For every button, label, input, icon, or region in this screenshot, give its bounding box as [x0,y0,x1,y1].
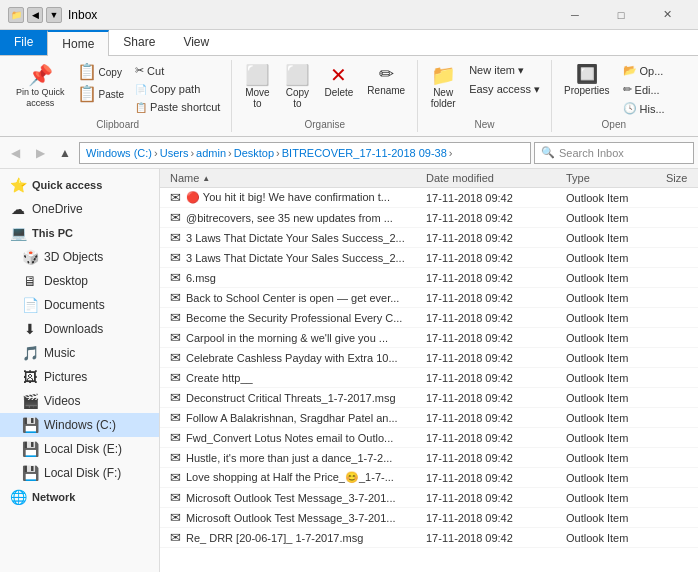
table-row[interactable]: ✉ 🔴 You hit it big! We have confirmation… [160,188,698,208]
breadcrumb-windowsc[interactable]: Windows (C:) [86,147,152,159]
tab-view[interactable]: View [169,30,223,55]
file-icon: ✉ [170,290,181,305]
sidebar-item-locale[interactable]: 💾 Local Disk (E:) [0,437,159,461]
sidebar-item-videos[interactable]: 🎬 Videos [0,389,159,413]
rename-button[interactable]: ✏ Rename [361,62,411,99]
easyaccess-label: Easy access ▾ [469,83,540,96]
file-date: 17-11-2018 09:42 [420,232,560,244]
sidebar-item-desktop[interactable]: 🖥 Desktop [0,269,159,293]
open-button[interactable]: 📂 Op... [618,62,670,79]
table-row[interactable]: ✉ Carpool in the morning & we'll give yo… [160,328,698,348]
file-name-cell: ✉ 3 Laws That Dictate Your Sales Success… [160,250,420,265]
edit-button[interactable]: ✏ Edi... [618,81,670,98]
easyaccess-button[interactable]: Easy access ▾ [464,81,545,98]
open-label: Op... [640,65,664,77]
main-area: ⭐ Quick access ☁ OneDrive 💻 This PC 🎲 3D… [0,169,698,572]
address-bar[interactable]: Windows (C:) › Users › admin › Desktop ›… [79,142,531,164]
table-row[interactable]: ✉ Hustle, it's more than just a dance_1-… [160,448,698,468]
table-row[interactable]: ✉ Fwd_Convert Lotus Notes email to Outlo… [160,428,698,448]
tab-share[interactable]: Share [109,30,169,55]
breadcrumb-folder[interactable]: BITRECOVER_17-11-2018 09-38 [282,147,447,159]
newfolder-button[interactable]: 📁 Newfolder [424,62,462,112]
dropdown-btn[interactable]: ▼ [46,7,62,23]
sidebar-item-onedrive[interactable]: ☁ OneDrive [0,197,159,221]
3dobjects-icon: 🎲 [22,249,38,265]
properties-button[interactable]: 🔲 Properties [558,62,616,99]
file-name: Re_ DRR [20-06-17]_ 1-7-2017.msg [186,532,363,544]
pasteshortcut-button[interactable]: 📋 Paste shortcut [130,99,225,115]
new-buttons: 📁 Newfolder New item ▾ Easy access ▾ [424,62,545,117]
delete-button[interactable]: ✕ Delete [318,62,359,101]
sidebar-item-windowsc[interactable]: 💾 Windows (C:) [0,413,159,437]
file-type: Outlook Item [560,252,660,264]
pin-button[interactable]: 📌 Pin to Quickaccess [10,62,71,112]
history-button[interactable]: 🕓 His... [618,100,670,117]
file-icon: ✉ [170,230,181,245]
back-button[interactable]: ◀ [4,142,26,164]
col-name-header[interactable]: Name ▲ [160,172,420,184]
file-name: Deconstruct Critical Threats_1-7-2017.ms… [186,392,396,404]
sidebar-item-localf[interactable]: 💾 Local Disk (F:) [0,461,159,485]
table-row[interactable]: ✉ Back to School Center is open — get ev… [160,288,698,308]
properties-label: Properties [564,85,610,96]
sidebar-item-thispc[interactable]: 💻 This PC [0,221,159,245]
table-row[interactable]: ✉ 6.msg 17-11-2018 09:42 Outlook Item [160,268,698,288]
table-row[interactable]: ✉ Re_ DRR [20-06-17]_ 1-7-2017.msg 17-11… [160,528,698,548]
table-row[interactable]: ✉ 3 Laws That Dictate Your Sales Success… [160,228,698,248]
moveto-button[interactable]: ⬜ Moveto [238,62,276,112]
table-row[interactable]: ✉ Microsoft Outlook Test Message_3-7-201… [160,488,698,508]
file-icon: ✉ [170,530,181,545]
breadcrumb-admin[interactable]: admin [196,147,226,159]
sidebar-item-music[interactable]: 🎵 Music [0,341,159,365]
sidebar-item-network[interactable]: 🌐 Network [0,485,159,509]
file-name-cell: ✉ Hustle, it's more than just a dance_1-… [160,450,420,465]
paste-button[interactable]: 📋 Paste [73,84,129,104]
sidebar-label-videos: Videos [44,394,80,408]
quick-access-btn[interactable]: ◀ [27,7,43,23]
file-type: Outlook Item [560,212,660,224]
sidebar-item-quickaccess[interactable]: ⭐ Quick access [0,173,159,197]
music-icon: 🎵 [22,345,38,361]
name-label: Name [170,172,199,184]
up-button[interactable]: ▲ [54,142,76,164]
col-type-header[interactable]: Type [560,172,660,184]
file-type: Outlook Item [560,372,660,384]
table-row[interactable]: ✉ 3 Laws That Dictate Your Sales Success… [160,248,698,268]
copy-button[interactable]: 📋 Copy [73,62,129,82]
col-date-header[interactable]: Date modified [420,172,560,184]
search-bar[interactable]: 🔍 Search Inbox [534,142,694,164]
file-type: Outlook Item [560,392,660,404]
table-row[interactable]: ✉ Love shopping at Half the Price_😊_1-7-… [160,468,698,488]
close-button[interactable]: ✕ [644,0,690,30]
table-row[interactable]: ✉ Celebrate Cashless Payday with Extra 1… [160,348,698,368]
file-type: Outlook Item [560,352,660,364]
copyto-button[interactable]: ⬜ Copyto [278,62,316,112]
thispc-icon: 💻 [10,225,26,241]
table-row[interactable]: ✉ Become the Security Professional Every… [160,308,698,328]
tab-home[interactable]: Home [47,30,109,56]
tab-file[interactable]: File [0,30,47,55]
file-icon: ✉ [170,470,181,485]
maximize-button[interactable]: □ [598,0,644,30]
breadcrumb-desktop[interactable]: Desktop [234,147,274,159]
table-row[interactable]: ✉ @bitrecovers, see 35 new updates from … [160,208,698,228]
file-date: 17-11-2018 09:42 [420,192,560,204]
table-row[interactable]: ✉ Follow A Balakrishnan, Sragdhar Patel … [160,408,698,428]
forward-button[interactable]: ▶ [29,142,51,164]
table-row[interactable]: ✉ Microsoft Outlook Test Message_3-7-201… [160,508,698,528]
cut-button[interactable]: ✂ Cut [130,62,225,79]
sidebar-item-documents[interactable]: 📄 Documents [0,293,159,317]
table-row[interactable]: ✉ Create http__ 17-11-2018 09:42 Outlook… [160,368,698,388]
minimize-button[interactable]: ─ [552,0,598,30]
breadcrumb-users[interactable]: Users [160,147,189,159]
open-group: 🔲 Properties 📂 Op... ✏ Edi... 🕓 His... [552,60,676,132]
sidebar-item-downloads[interactable]: ⬇ Downloads [0,317,159,341]
file-date: 17-11-2018 09:42 [420,212,560,224]
col-size-header[interactable]: Size [660,172,698,184]
copypath-button[interactable]: 📄 Copy path [130,81,225,97]
sidebar-item-3dobjects[interactable]: 🎲 3D Objects [0,245,159,269]
table-row[interactable]: ✉ Deconstruct Critical Threats_1-7-2017.… [160,388,698,408]
newitem-button[interactable]: New item ▾ [464,62,545,79]
sidebar-item-pictures[interactable]: 🖼 Pictures [0,365,159,389]
file-date: 17-11-2018 09:42 [420,352,560,364]
